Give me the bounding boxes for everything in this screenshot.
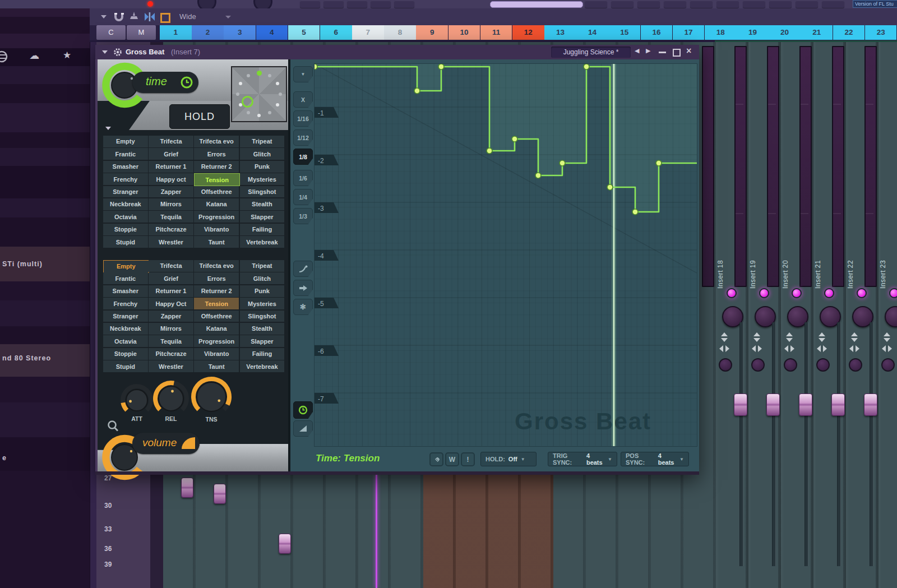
- preset-cell-tequila[interactable]: Tequila: [149, 211, 193, 223]
- time-section-tab[interactable]: [293, 401, 313, 419]
- pan-icon[interactable]: [849, 345, 853, 352]
- fader-track[interactable]: [772, 322, 776, 566]
- time-graph[interactable]: -1-2-3-4-5-6-7: [314, 63, 697, 447]
- stereo-sep-icon[interactable]: [753, 332, 760, 336]
- timeline-segment-4[interactable]: 4: [256, 25, 288, 40]
- toolbar-button[interactable]: [637, 1, 660, 8]
- channel-led[interactable]: [727, 288, 737, 298]
- snap-tab-1-16[interactable]: 1/16: [293, 110, 313, 127]
- preset-cell-frantic[interactable]: Frantic: [103, 272, 148, 284]
- mixer-channel-insert-20[interactable]: Insert 20: [781, 42, 813, 588]
- timeline-segment-5[interactable]: 5: [288, 25, 320, 40]
- preset-cell-returner-2[interactable]: Returner 2: [194, 285, 239, 297]
- preset-cell-tension[interactable]: Tension: [194, 298, 239, 309]
- browser-item[interactable]: e: [2, 454, 90, 464]
- toolbar-button[interactable]: [394, 1, 414, 8]
- preset-cell-failing[interactable]: Failing: [240, 348, 285, 360]
- browser-row[interactable]: [0, 166, 90, 198]
- preset-prev-icon[interactable]: ◀: [635, 47, 639, 54]
- mixer-fader-cap[interactable]: [766, 393, 780, 416]
- mixer-channel-insert-21[interactable]: Insert 21: [813, 42, 846, 588]
- channel-small-knob[interactable]: [816, 358, 830, 372]
- preset-cell-vertebreak[interactable]: Vertebreak: [240, 360, 285, 372]
- stereo-sep-icon[interactable]: [819, 332, 825, 336]
- preset-cell-stranger[interactable]: Stranger: [103, 311, 148, 322]
- timeline-segment-15[interactable]: 15: [608, 25, 640, 40]
- plugin-titlebar[interactable]: Gross Beat (Insert 7) Juggling Science *…: [95, 45, 699, 59]
- fader-track[interactable]: [804, 322, 808, 566]
- preset-cell-wrestler[interactable]: Wrestler: [149, 236, 193, 248]
- timeline-segment-10[interactable]: 10: [449, 25, 480, 40]
- record-indicator-icon[interactable]: [147, 1, 153, 7]
- step-arrow-tab[interactable]: [293, 280, 313, 296]
- timeline-segment-3[interactable]: 3: [224, 25, 256, 40]
- link-button[interactable]: [429, 452, 443, 466]
- preset-cell-stealth[interactable]: Stealth: [240, 198, 285, 210]
- browser-item[interactable]: nd 80 Stereo: [2, 354, 90, 364]
- browser-row[interactable]: [0, 66, 90, 84]
- browser-row[interactable]: [0, 217, 90, 247]
- maximize-button[interactable]: [673, 49, 681, 57]
- snap-tab-1-4[interactable]: 1/4: [293, 189, 313, 205]
- timeline-segment-1[interactable]: 1: [160, 25, 192, 40]
- toolbar-button[interactable]: [822, 1, 844, 8]
- preset-cell-zapper[interactable]: Zapper: [149, 311, 193, 322]
- preset-cell-offsethree[interactable]: Offsethree: [194, 311, 239, 322]
- preset-cell-trifecta[interactable]: Trifecta: [149, 260, 193, 272]
- channel-small-knob[interactable]: [784, 358, 797, 372]
- preset-cell-errors[interactable]: Errors: [194, 272, 239, 284]
- pan-icon[interactable]: [784, 345, 788, 352]
- pan-icon[interactable]: [817, 345, 821, 352]
- preset-cell-frantic[interactable]: Frantic: [103, 148, 148, 160]
- toolbar-button[interactable]: [611, 1, 634, 8]
- stereo-sep-icon[interactable]: [786, 332, 793, 336]
- timeline-segment-18[interactable]: 18: [705, 25, 737, 40]
- zoom-mode-label[interactable]: Wide: [179, 12, 196, 21]
- preset-cell-vertebreak[interactable]: Vertebreak: [240, 236, 285, 248]
- preset-cell-pitchcraze[interactable]: Pitchcraze: [149, 348, 193, 360]
- mixer-channel-insert-18[interactable]: Insert 18: [716, 42, 748, 588]
- preset-cell-frenchy[interactable]: Frenchy: [103, 173, 148, 185]
- preset-cell-tequila[interactable]: Tequila: [149, 335, 193, 347]
- search-icon[interactable]: [107, 419, 120, 433]
- stereo-sep-icon[interactable]: [884, 332, 890, 336]
- snap-tab-1-8[interactable]: 1/8: [293, 149, 313, 165]
- preset-cell-stranger[interactable]: Stranger: [103, 186, 148, 198]
- preset-cell-octavia[interactable]: Octavia: [103, 335, 148, 347]
- pan-icon[interactable]: [882, 345, 886, 352]
- close-button[interactable]: ×: [686, 46, 691, 56]
- browser-globe-icon[interactable]: [0, 50, 8, 63]
- preset-cell-trifecta-evo[interactable]: Trifecta evo: [194, 260, 239, 272]
- zoom-mode-caret-icon[interactable]: [225, 16, 231, 18]
- browser-row[interactable]: [0, 300, 90, 326]
- alert-button[interactable]: !: [461, 452, 475, 466]
- preset-cell-happy-oct[interactable]: Happy oct: [149, 173, 193, 185]
- hold-button[interactable]: HOLD: [169, 104, 230, 129]
- preset-cell-tension[interactable]: Tension: [194, 173, 240, 186]
- preset-cell-errors[interactable]: Errors: [194, 148, 239, 160]
- preset-cell-mysteries[interactable]: Mysteries: [240, 298, 285, 309]
- timeline-segment-7[interactable]: 7: [352, 25, 384, 40]
- toolbar-button[interactable]: [585, 1, 607, 8]
- browser-row[interactable]: [0, 148, 90, 166]
- timeline-segment-21[interactable]: 21: [801, 25, 833, 40]
- preset-cell-progression[interactable]: Progression: [194, 211, 239, 223]
- preset-cell-mirrors[interactable]: Mirrors: [149, 323, 193, 335]
- timeline-collapse-button[interactable]: C: [96, 25, 126, 40]
- stereo-sep-icon[interactable]: [721, 332, 728, 336]
- preset-cell-smasher[interactable]: Smasher: [103, 161, 148, 173]
- preset-display[interactable]: Juggling Science *: [551, 47, 631, 58]
- toolbar-button[interactable]: [300, 1, 320, 8]
- timeline-segment-23[interactable]: 23: [865, 25, 897, 40]
- mixer-fader-cap[interactable]: [864, 393, 877, 416]
- preset-cell-tripeat[interactable]: Tripeat: [240, 136, 285, 147]
- browser-row[interactable]: [0, 198, 90, 217]
- browser-cloud-icon[interactable]: ☁: [29, 49, 39, 62]
- preset-cell-mirrors[interactable]: Mirrors: [149, 198, 193, 210]
- toolbar-button[interactable]: [743, 1, 765, 8]
- fader-track[interactable]: [739, 322, 743, 566]
- preset-cell-slingshot[interactable]: Slingshot: [240, 186, 285, 198]
- channel-led[interactable]: [857, 288, 867, 298]
- fader-track[interactable]: [870, 322, 873, 566]
- stereo-sep-icon[interactable]: [721, 338, 728, 342]
